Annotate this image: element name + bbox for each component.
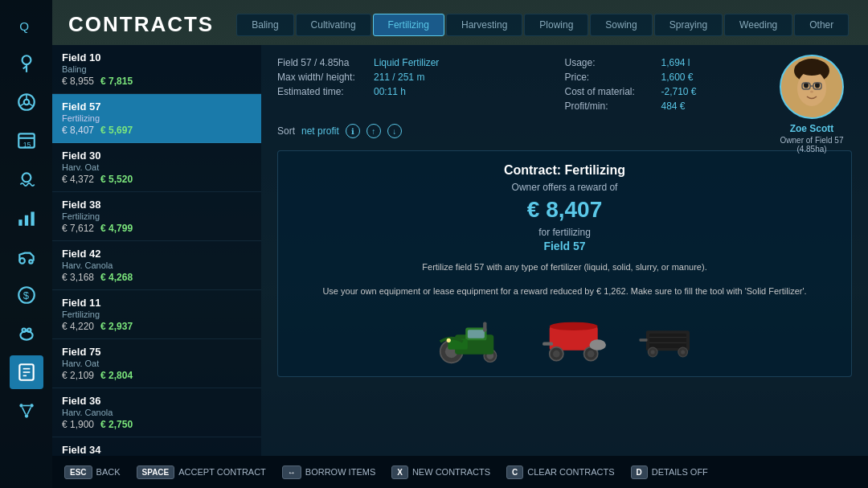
key-label: DETAILS OFF: [652, 467, 708, 477]
profit-min-label: Profit/min:: [565, 100, 653, 112]
tool-equipment: [637, 324, 702, 364]
field-name: Field 36: [62, 395, 252, 407]
detail-info-grid: Field 57 / 4.85ha Liquid Fertilizer Max …: [277, 57, 852, 112]
spreader-svg: [541, 316, 613, 364]
bottom-key-back[interactable]: ESCBACK: [64, 465, 121, 479]
tool-svg: [637, 324, 702, 364]
svg-point-17: [29, 260, 32, 263]
sidebar-icon-chart[interactable]: [10, 201, 43, 235]
tab-harvesting[interactable]: Harvesting: [446, 14, 522, 36]
sort-row: Sort net profit ℹ ↑ ↓: [277, 124, 852, 138]
field-highlight: Field 57: [294, 240, 835, 252]
tab-weeding[interactable]: Weeding: [724, 14, 792, 36]
amount-profit: € 2,937: [100, 321, 133, 332]
sort-info-icon[interactable]: ℹ: [346, 124, 360, 138]
contract-type: Fertilizing: [62, 310, 252, 319]
tab-other[interactable]: Other: [794, 14, 849, 36]
tab-bar: BalingCultivatingFertilizingHarvestingPl…: [236, 14, 849, 36]
svg-line-7: [19, 104, 23, 106]
svg-point-42: [797, 59, 826, 76]
amount-full: € 8,407: [62, 125, 94, 136]
svg-rect-14: [24, 215, 27, 226]
sidebar-icon-crops[interactable]: [10, 47, 43, 80]
tab-spraying[interactable]: Spraying: [654, 14, 723, 36]
profit-min-value: 484 €: [661, 100, 686, 112]
contract-list: Field 10Baling€ 8,955€ 7,815Field 57Fert…: [52, 45, 261, 456]
contract-item-field-57[interactable]: Field 57Fertilizing€ 8,407€ 5,697: [52, 94, 261, 143]
sidebar-icon-money[interactable]: $: [10, 278, 43, 312]
amount-full: € 3,168: [62, 272, 94, 283]
sidebar-icon-calendar[interactable]: 15: [10, 124, 43, 158]
amount-full: € 4,220: [62, 321, 94, 332]
field-name: Field 11: [62, 297, 252, 309]
amount-profit: € 2,804: [100, 370, 133, 381]
contract-type: Harv. Canola: [62, 260, 252, 270]
usage-label: Usage:: [565, 57, 653, 68]
contract-item-field-11[interactable]: Field 11Fertilizing€ 4,220€ 2,937: [52, 290, 261, 339]
field-area-label: Field 57 / 4.85ha: [277, 57, 366, 68]
amount-full: € 4,372: [62, 174, 94, 185]
sidebar-icon-missions[interactable]: [10, 394, 43, 428]
field-name: Field 38: [62, 199, 252, 211]
svg-point-21: [22, 329, 25, 332]
contract-type: Harv. Oat: [62, 359, 252, 368]
svg-rect-13: [18, 219, 22, 226]
sidebar-icon-animals[interactable]: [10, 317, 43, 351]
amount-full: € 1,900: [62, 419, 94, 430]
key-label: BACK: [96, 467, 121, 477]
key-label: CLEAR CONTRACTS: [527, 467, 614, 477]
svg-point-52: [446, 338, 450, 342]
sort-down-icon[interactable]: ↓: [387, 124, 402, 138]
key-label: NEW CONTRACTS: [412, 467, 490, 477]
svg-point-22: [27, 329, 31, 332]
contract-item-field-10[interactable]: Field 10Baling€ 8,955€ 7,815: [52, 45, 261, 94]
contract-amounts: € 7,612€ 4,799: [62, 223, 252, 234]
contract-item-field-36[interactable]: Field 36Harv. Canola€ 1,900€ 2,750: [52, 388, 261, 437]
tab-baling[interactable]: Baling: [236, 14, 293, 36]
bottom-key-details-off[interactable]: DDETAILS OFF: [631, 465, 708, 479]
sort-up-icon[interactable]: ↑: [366, 124, 381, 138]
bottom-key-borrow-items[interactable]: ↔BORROW ITEMS: [282, 465, 375, 479]
contract-item-field-42[interactable]: Field 42Harv. Canola€ 3,168€ 4,268: [52, 241, 261, 290]
description-1: Fertilize field 57 with any type of fert…: [294, 260, 835, 275]
sidebar-icon-contracts[interactable]: [10, 355, 43, 389]
contract-item-field-34[interactable]: Field 34Harv. Canola€ 1,809€ 2,639: [52, 437, 261, 456]
field-name: Field 57: [62, 100, 252, 113]
contract-amounts: € 8,407€ 5,697: [62, 125, 252, 136]
contract-item-field-38[interactable]: Field 38Fertilizing€ 7,612€ 4,799: [52, 192, 261, 241]
contract-amounts: € 4,372€ 5,520: [62, 174, 252, 185]
contract-item-field-30[interactable]: Field 30Harv. Oat€ 4,372€ 5,520: [52, 143, 261, 192]
svg-point-1: [22, 55, 31, 64]
bottom-key-clear-contracts[interactable]: CCLEAR CONTRACTS: [506, 465, 614, 479]
tab-plowing[interactable]: Plowing: [524, 14, 588, 36]
sidebar-icon-quest[interactable]: Q: [10, 8, 43, 42]
amount-profit: € 4,268: [100, 272, 133, 283]
estimated-time-label: Estimated time:: [277, 86, 366, 97]
sidebar-icon-steering[interactable]: [10, 85, 43, 119]
spreader-equipment: [541, 316, 613, 364]
tab-sowing[interactable]: Sowing: [590, 14, 652, 36]
page-title: CONTRACTS: [68, 12, 214, 37]
sidebar-icon-weather[interactable]: [10, 162, 43, 196]
key-badge: ESC: [64, 465, 92, 479]
field-name: Field 30: [62, 150, 252, 162]
svg-rect-49: [467, 330, 484, 338]
contract-item-field-75[interactable]: Field 75Harv. Oat€ 2,109€ 2,804: [52, 339, 261, 388]
contract-amounts: € 4,220€ 2,937: [62, 321, 252, 332]
svg-point-35: [797, 71, 826, 106]
svg-text:15: 15: [23, 141, 31, 149]
tab-fertilizing[interactable]: Fertilizing: [373, 14, 444, 36]
tab-cultivating[interactable]: Cultivating: [296, 14, 371, 36]
svg-point-27: [19, 404, 23, 407]
key-label: ACCEPT CONTRACT: [178, 467, 266, 477]
bottom-key-new-contracts[interactable]: XNEW CONTRACTS: [391, 465, 490, 479]
contract-amounts: € 8,955€ 7,815: [62, 76, 252, 87]
estimated-time-row: Estimated time: 00:11 h: [277, 86, 565, 97]
amount-full: € 2,109: [62, 370, 94, 381]
contract-type: Harv. Oat: [62, 162, 252, 172]
contract-type: Fertilizing: [62, 113, 252, 123]
reward-for: for fertilizing: [294, 227, 835, 238]
bottom-key-accept-contract[interactable]: SPACEACCEPT CONTRACT: [137, 465, 266, 479]
sidebar-icon-tractor[interactable]: [10, 240, 43, 273]
contract-amounts: € 2,109€ 2,804: [62, 370, 252, 381]
